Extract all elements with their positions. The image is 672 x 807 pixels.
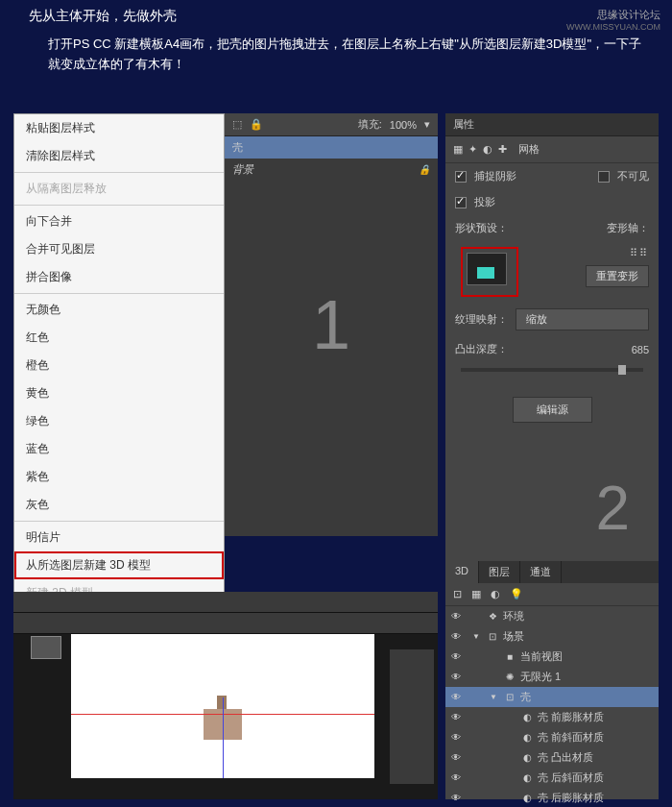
menu-color-red[interactable]: 红色 [14, 324, 224, 352]
item-icon: ✺ [503, 672, 516, 682]
menu-paste-style[interactable]: 粘贴图层样式 [14, 114, 224, 142]
filter-light-icon[interactable]: 💡 [510, 588, 523, 600]
3d-object-top [217, 696, 227, 709]
workspace-panel: 3 [13, 592, 438, 799]
tree-label: 壳 后斜面材质 [538, 770, 604, 785]
3d-canvas[interactable] [71, 634, 374, 778]
tree-label: 壳 前膨胀材质 [538, 710, 604, 724]
deform-icon[interactable]: ✦ [468, 143, 477, 156]
mesh-icon[interactable]: ▦ [453, 143, 463, 156]
extrude-depth-value[interactable]: 685 [632, 344, 649, 355]
lock-icon[interactable]: ⬚ [232, 118, 242, 131]
layer-row-shell[interactable]: 壳 [225, 136, 438, 159]
menu-color-gray[interactable]: 灰色 [14, 491, 224, 519]
fill-value[interactable]: 100% [390, 119, 417, 131]
layer-label: 壳 [232, 140, 243, 155]
item-icon: ■ [503, 651, 516, 662]
menu-separator [14, 172, 224, 173]
invisible-checkbox[interactable] [598, 171, 610, 183]
menu-separator [14, 293, 224, 294]
filter-icons: ⊡ ▦ ◐ 💡 [445, 583, 659, 606]
eye-icon[interactable]: 👁 [451, 732, 465, 743]
item-icon: ❖ [486, 611, 499, 622]
instruction-text: 打开PS CC 新建横板A4画布，把壳的图片拖拽进去，在图层上名称上右键"从所选… [0, 25, 672, 83]
eye-icon[interactable]: 👁 [451, 692, 465, 702]
tab-layers[interactable]: 图层 [479, 561, 520, 583]
properties-tab[interactable]: 属性 [445, 113, 659, 136]
lock-icon[interactable]: 🔒 [250, 118, 263, 131]
item-icon: ◐ [520, 793, 534, 803]
panel-1: 粘贴图层样式 清除图层样式 从隔离图层释放 向下合并 合并可见图层 拼合图像 无… [13, 113, 438, 539]
annotation-number-2: 2 [595, 473, 630, 544]
navigator-thumb[interactable] [31, 636, 61, 659]
expand-icon[interactable]: ▼ [472, 632, 482, 641]
deform-axis-grid[interactable]: ⠿⠿ [630, 247, 649, 259]
coord-icon[interactable]: ✚ [498, 143, 507, 156]
tree-row[interactable]: 👁◐壳 后斜面材质 [445, 768, 659, 788]
menu-separator [14, 521, 224, 522]
eye-icon[interactable]: 👁 [451, 752, 465, 763]
menu-color-blue[interactable]: 蓝色 [14, 435, 224, 463]
texture-map-select[interactable]: 缩放 [516, 308, 649, 330]
extrude-slider[interactable] [461, 368, 643, 372]
tree-row[interactable]: 👁◐壳 凸出材质 [445, 747, 659, 768]
item-icon: ◐ [520, 752, 534, 763]
menu-postcard[interactable]: 明信片 [14, 524, 224, 551]
menu-color-none[interactable]: 无颜色 [14, 296, 224, 324]
cap-icon[interactable]: ◐ [483, 143, 492, 156]
item-icon: ⊡ [503, 692, 516, 702]
tree-row[interactable]: 👁◐壳 后膨胀材质 [445, 788, 659, 807]
menu-flatten[interactable]: 拼合图像 [14, 263, 224, 291]
eye-icon[interactable]: 👁 [451, 611, 465, 622]
item-icon: ◐ [520, 712, 534, 722]
ps-menubar[interactable] [13, 592, 438, 613]
eye-icon[interactable]: 👁 [451, 631, 465, 642]
tab-channels[interactable]: 通道 [520, 561, 562, 583]
side-panels[interactable] [390, 649, 434, 784]
context-menu: 粘贴图层样式 清除图层样式 从隔离图层释放 向下合并 合并可见图层 拼合图像 无… [13, 113, 225, 608]
extrude-depth-label: 凸出深度： [455, 342, 508, 356]
layer-label: 背景 [232, 162, 253, 177]
tab-3d[interactable]: 3D [445, 561, 479, 583]
dropdown-icon[interactable]: ▾ [424, 118, 430, 131]
layer-row-bg[interactable]: 背景 🔒 [225, 159, 438, 181]
z-axis [223, 697, 224, 778]
tree-label: 场景 [503, 629, 524, 644]
menu-color-orange[interactable]: 橙色 [14, 352, 224, 379]
menu-merge-visible[interactable]: 合并可见图层 [14, 235, 224, 263]
tree-label: 环境 [503, 609, 524, 624]
item-icon: ◐ [520, 772, 534, 783]
tree-row[interactable]: 👁■当前视图 [445, 647, 659, 667]
ps-toolbar[interactable] [13, 613, 438, 634]
watermark-url: WWW.MISSYUAN.COM [566, 22, 660, 32]
filter-material-icon[interactable]: ◐ [491, 588, 500, 600]
filter-mesh-icon[interactable]: ▦ [471, 588, 481, 600]
eye-icon[interactable]: 👁 [451, 772, 465, 783]
shape-preset-thumb[interactable] [467, 253, 507, 285]
tree-row[interactable]: 👁❖环境 [445, 606, 659, 626]
expand-icon[interactable]: ▼ [490, 693, 499, 701]
edit-source-button[interactable]: 编辑源 [513, 397, 592, 423]
capture-shadow-checkbox[interactable] [455, 171, 467, 183]
reset-deform-button[interactable]: 重置变形 [586, 265, 649, 287]
menu-clear-style[interactable]: 清除图层样式 [14, 142, 224, 170]
tree-row[interactable]: 👁✺无限光 1 [445, 667, 659, 687]
filter-scene-icon[interactable]: ⊡ [453, 588, 462, 600]
tree-row[interactable]: 👁◐壳 前膨胀材质 [445, 707, 659, 727]
deform-axis-label: 变形轴： [607, 221, 649, 235]
eye-icon[interactable]: 👁 [451, 712, 465, 722]
eye-icon[interactable]: 👁 [451, 651, 465, 662]
menu-color-purple[interactable]: 紫色 [14, 463, 224, 491]
properties-panel: 属性 ▦ ✦ ◐ ✚ 网格 捕捉阴影 不可见 投影 形状预设： 变形轴： ⠿⠿ … [445, 113, 659, 561]
menu-color-green[interactable]: 绿色 [14, 407, 224, 435]
3d-panel: 3D 图层 通道 ⊡ ▦ ◐ 💡 👁❖环境👁▼⊡场景👁■当前视图👁✺无限光 1👁… [445, 561, 659, 799]
cast-shadow-checkbox[interactable] [455, 197, 467, 208]
menu-color-yellow[interactable]: 黄色 [14, 379, 224, 407]
eye-icon[interactable]: 👁 [451, 793, 465, 803]
tree-row[interactable]: 👁◐壳 前斜面材质 [445, 727, 659, 747]
menu-merge-down[interactable]: 向下合并 [14, 208, 224, 235]
tree-row[interactable]: 👁▼⊡场景 [445, 626, 659, 647]
tree-row[interactable]: 👁▼⊡壳 [445, 687, 659, 707]
eye-icon[interactable]: 👁 [451, 672, 465, 682]
menu-new-3d-from-layer[interactable]: 从所选图层新建 3D 模型 [14, 551, 224, 579]
